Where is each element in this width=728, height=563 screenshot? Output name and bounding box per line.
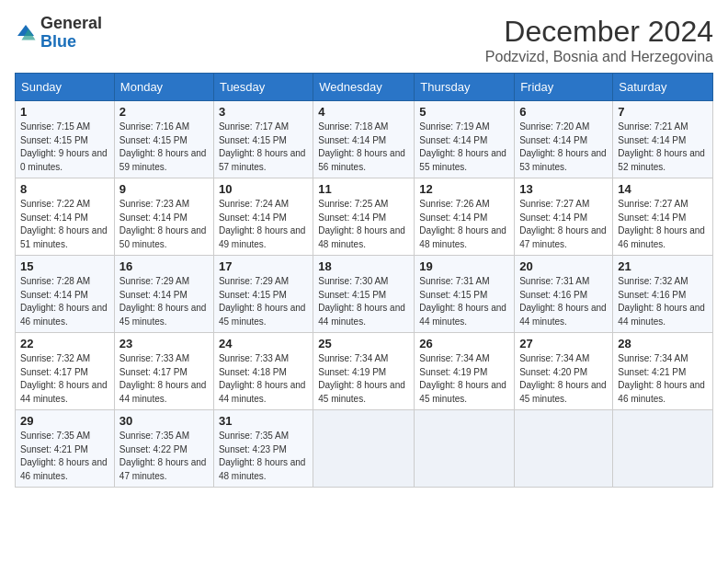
calendar-cell — [515, 410, 613, 488]
header-row: SundayMondayTuesdayWednesdayThursdayFrid… — [16, 74, 713, 101]
calendar-cell: 6Sunrise: 7:20 AMSunset: 4:14 PMDaylight… — [515, 101, 613, 178]
day-info: Sunrise: 7:18 AMSunset: 4:14 PMDaylight:… — [318, 121, 409, 174]
day-info: Sunrise: 7:31 AMSunset: 4:15 PMDaylight:… — [419, 275, 509, 328]
weekday-header: Saturday — [613, 74, 713, 101]
day-number: 19 — [419, 259, 509, 273]
calendar-cell: 25Sunrise: 7:34 AMSunset: 4:19 PMDayligh… — [313, 333, 415, 410]
day-number: 31 — [219, 414, 308, 428]
day-number: 15 — [20, 259, 109, 273]
title-block: December 2024 Podzvizd, Bosnia and Herze… — [485, 15, 713, 65]
page-header: General Blue December 2024 Podzvizd, Bos… — [15, 15, 713, 65]
calendar-week-row: 1Sunrise: 7:15 AMSunset: 4:15 PMDaylight… — [16, 101, 713, 178]
day-number: 27 — [519, 337, 608, 350]
calendar-cell: 21Sunrise: 7:32 AMSunset: 4:16 PMDayligh… — [613, 256, 713, 333]
calendar-body: 1Sunrise: 7:15 AMSunset: 4:15 PMDaylight… — [16, 101, 713, 488]
day-number: 7 — [618, 105, 708, 119]
day-number: 23 — [119, 337, 209, 350]
day-info: Sunrise: 7:34 AMSunset: 4:19 PMDaylight:… — [419, 352, 509, 406]
day-info: Sunrise: 7:24 AMSunset: 4:14 PMDaylight:… — [219, 198, 308, 251]
day-info: Sunrise: 7:29 AMSunset: 4:14 PMDaylight:… — [119, 275, 209, 328]
weekday-header: Thursday — [415, 74, 515, 101]
day-number: 3 — [219, 105, 308, 119]
day-info: Sunrise: 7:27 AMSunset: 4:14 PMDaylight:… — [618, 198, 708, 251]
calendar-cell: 24Sunrise: 7:33 AMSunset: 4:18 PMDayligh… — [213, 333, 313, 410]
day-number: 10 — [219, 182, 308, 196]
day-number: 28 — [618, 337, 708, 350]
day-number: 30 — [119, 414, 209, 428]
calendar-cell: 31Sunrise: 7:35 AMSunset: 4:23 PMDayligh… — [213, 410, 313, 488]
weekday-header: Sunday — [16, 74, 115, 101]
day-info: Sunrise: 7:15 AMSunset: 4:15 PMDaylight:… — [20, 121, 109, 174]
day-number: 12 — [419, 182, 509, 196]
calendar-cell: 8Sunrise: 7:22 AMSunset: 4:14 PMDaylight… — [16, 178, 115, 256]
location-title: Podzvizd, Bosnia and Herzegovina — [485, 49, 713, 65]
day-info: Sunrise: 7:27 AMSunset: 4:14 PMDaylight:… — [519, 198, 608, 251]
weekday-header: Tuesday — [213, 74, 313, 101]
logo-general: General Blue — [40, 15, 102, 52]
calendar-cell: 11Sunrise: 7:25 AMSunset: 4:14 PMDayligh… — [313, 178, 415, 256]
calendar-cell: 18Sunrise: 7:30 AMSunset: 4:15 PMDayligh… — [313, 256, 415, 333]
calendar-cell — [313, 410, 415, 488]
day-number: 13 — [519, 182, 608, 196]
day-number: 6 — [519, 105, 608, 119]
calendar-cell: 27Sunrise: 7:34 AMSunset: 4:20 PMDayligh… — [515, 333, 613, 410]
day-number: 14 — [618, 182, 708, 196]
day-info: Sunrise: 7:20 AMSunset: 4:14 PMDaylight:… — [519, 121, 608, 174]
calendar-cell: 23Sunrise: 7:33 AMSunset: 4:17 PMDayligh… — [114, 333, 213, 410]
calendar-cell: 19Sunrise: 7:31 AMSunset: 4:15 PMDayligh… — [415, 256, 515, 333]
calendar-cell: 4Sunrise: 7:18 AMSunset: 4:14 PMDaylight… — [313, 101, 415, 178]
calendar-header: SundayMondayTuesdayWednesdayThursdayFrid… — [16, 74, 713, 101]
calendar-week-row: 15Sunrise: 7:28 AMSunset: 4:14 PMDayligh… — [16, 256, 713, 333]
day-info: Sunrise: 7:29 AMSunset: 4:15 PMDaylight:… — [219, 275, 308, 328]
day-number: 26 — [419, 337, 509, 350]
calendar-table: SundayMondayTuesdayWednesdayThursdayFrid… — [15, 73, 713, 488]
day-number: 11 — [318, 182, 409, 196]
day-info: Sunrise: 7:32 AMSunset: 4:17 PMDaylight:… — [20, 352, 109, 406]
day-number: 1 — [20, 105, 109, 119]
day-info: Sunrise: 7:16 AMSunset: 4:15 PMDaylight:… — [119, 121, 209, 174]
calendar-cell — [415, 410, 515, 488]
day-number: 8 — [20, 182, 109, 196]
calendar-week-row: 22Sunrise: 7:32 AMSunset: 4:17 PMDayligh… — [16, 333, 713, 410]
day-info: Sunrise: 7:30 AMSunset: 4:15 PMDaylight:… — [318, 275, 409, 328]
logo-icon — [15, 22, 37, 44]
day-info: Sunrise: 7:33 AMSunset: 4:18 PMDaylight:… — [219, 352, 308, 406]
day-info: Sunrise: 7:35 AMSunset: 4:21 PMDaylight:… — [20, 430, 109, 483]
calendar-cell: 5Sunrise: 7:19 AMSunset: 4:14 PMDaylight… — [415, 101, 515, 178]
calendar-cell: 26Sunrise: 7:34 AMSunset: 4:19 PMDayligh… — [415, 333, 515, 410]
day-number: 20 — [519, 259, 608, 273]
day-info: Sunrise: 7:33 AMSunset: 4:17 PMDaylight:… — [119, 352, 209, 406]
day-info: Sunrise: 7:22 AMSunset: 4:14 PMDaylight:… — [20, 198, 109, 251]
day-number: 21 — [618, 259, 708, 273]
day-number: 22 — [20, 337, 109, 350]
logo: General Blue — [15, 15, 102, 52]
calendar-cell: 13Sunrise: 7:27 AMSunset: 4:14 PMDayligh… — [515, 178, 613, 256]
calendar-week-row: 8Sunrise: 7:22 AMSunset: 4:14 PMDaylight… — [16, 178, 713, 256]
day-number: 4 — [318, 105, 409, 119]
calendar-cell: 14Sunrise: 7:27 AMSunset: 4:14 PMDayligh… — [613, 178, 713, 256]
day-info: Sunrise: 7:35 AMSunset: 4:22 PMDaylight:… — [119, 430, 209, 483]
calendar-week-row: 29Sunrise: 7:35 AMSunset: 4:21 PMDayligh… — [16, 410, 713, 488]
day-info: Sunrise: 7:32 AMSunset: 4:16 PMDaylight:… — [618, 275, 708, 328]
day-number: 9 — [119, 182, 209, 196]
weekday-header: Monday — [114, 74, 213, 101]
calendar-cell: 28Sunrise: 7:34 AMSunset: 4:21 PMDayligh… — [613, 333, 713, 410]
day-number: 2 — [119, 105, 209, 119]
day-number: 16 — [119, 259, 209, 273]
day-number: 29 — [20, 414, 109, 428]
weekday-header: Wednesday — [313, 74, 415, 101]
calendar-cell: 20Sunrise: 7:31 AMSunset: 4:16 PMDayligh… — [515, 256, 613, 333]
calendar-cell: 15Sunrise: 7:28 AMSunset: 4:14 PMDayligh… — [16, 256, 115, 333]
calendar-cell: 9Sunrise: 7:23 AMSunset: 4:14 PMDaylight… — [114, 178, 213, 256]
day-info: Sunrise: 7:17 AMSunset: 4:15 PMDaylight:… — [219, 121, 308, 174]
day-info: Sunrise: 7:26 AMSunset: 4:14 PMDaylight:… — [419, 198, 509, 251]
calendar-cell: 10Sunrise: 7:24 AMSunset: 4:14 PMDayligh… — [213, 178, 313, 256]
day-info: Sunrise: 7:25 AMSunset: 4:14 PMDaylight:… — [318, 198, 409, 251]
calendar-cell: 7Sunrise: 7:21 AMSunset: 4:14 PMDaylight… — [613, 101, 713, 178]
day-number: 24 — [219, 337, 308, 350]
day-number: 17 — [219, 259, 308, 273]
day-info: Sunrise: 7:23 AMSunset: 4:14 PMDaylight:… — [119, 198, 209, 251]
calendar-cell — [613, 410, 713, 488]
day-number: 25 — [318, 337, 409, 350]
calendar-cell: 22Sunrise: 7:32 AMSunset: 4:17 PMDayligh… — [16, 333, 115, 410]
